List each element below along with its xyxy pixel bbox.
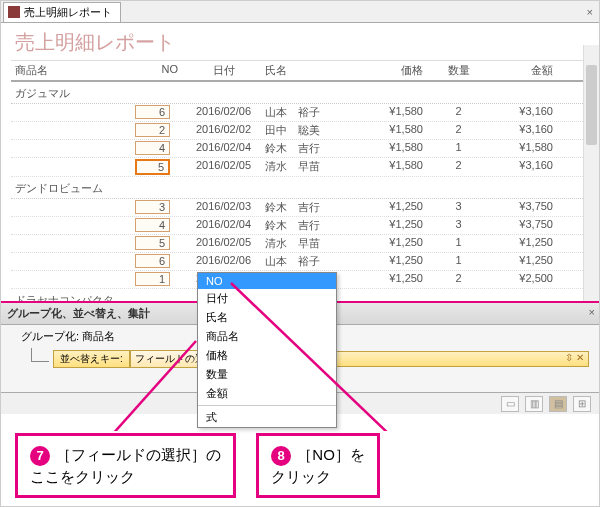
callout-8-line2: クリック: [271, 468, 331, 485]
table-row[interactable]: 42016/02/04鈴木 吉行¥1,2503¥3,750: [11, 217, 589, 235]
amount-cell: ¥3,160: [486, 159, 561, 175]
sort-key-label: 並べ替えキー:: [53, 350, 130, 368]
callout-7-line2: ここをクリック: [30, 468, 135, 485]
date-cell: 2016/02/06: [186, 105, 261, 120]
qty-cell: 1: [431, 236, 486, 251]
qty-cell: 1: [431, 141, 486, 156]
vertical-scrollbar[interactable]: [583, 45, 599, 301]
column-headers: 商品名 NO 日付 氏名 価格 数量 金額: [11, 60, 589, 82]
person-cell: 鈴木 吉行: [261, 141, 351, 156]
col-header-date: 日付: [186, 63, 261, 78]
price-cell: ¥1,250: [351, 236, 431, 251]
price-cell: ¥1,580: [351, 159, 431, 175]
date-cell: 2016/02/04: [186, 218, 261, 233]
pane-close-icon[interactable]: ×: [589, 306, 595, 318]
table-row[interactable]: 42016/02/04鈴木 吉行¥1,5801¥1,580: [11, 140, 589, 158]
price-cell: ¥1,250: [351, 272, 431, 287]
col-header-no: NO: [131, 63, 186, 78]
qty-cell: 3: [431, 218, 486, 233]
price-cell: ¥1,250: [351, 218, 431, 233]
amount-cell: ¥3,160: [486, 105, 561, 120]
date-cell: 2016/02/06: [186, 254, 261, 269]
report-icon: [8, 6, 20, 18]
qty-cell: 2: [431, 105, 486, 120]
sort-bar-controls-icon[interactable]: ⇳ ✕: [565, 352, 584, 363]
callout-8-line1: ［NO］を: [297, 446, 365, 463]
field-dropdown-menu[interactable]: NO日付氏名商品名価格数量金額式: [197, 272, 337, 428]
date-cell: 2016/02/05: [186, 159, 261, 175]
tab-bar: 売上明細レポート ×: [1, 1, 599, 23]
group-label: グループ化: 商品名: [21, 329, 115, 344]
no-cell[interactable]: 5: [135, 236, 170, 250]
view-icon-1[interactable]: ▭: [501, 396, 519, 412]
person-cell: 山本 裕子: [261, 254, 351, 269]
date-cell: 2016/02/05: [186, 236, 261, 251]
col-header-price: 価格: [351, 63, 431, 78]
group-header: ガジュマル: [11, 82, 589, 104]
callout-8-badge: 8: [271, 446, 291, 466]
col-header-person: 氏名: [261, 63, 351, 78]
table-row[interactable]: 52016/02/05清水 早苗¥1,2501¥1,250: [11, 235, 589, 253]
amount-cell: ¥3,750: [486, 200, 561, 215]
view-icon-3[interactable]: ▤: [549, 396, 567, 412]
dropdown-item-expression[interactable]: 式: [198, 408, 336, 427]
date-cell: 2016/02/04: [186, 141, 261, 156]
qty-cell: 2: [431, 123, 486, 138]
col-header-qty: 数量: [431, 63, 486, 78]
view-icon-2[interactable]: ▥: [525, 396, 543, 412]
amount-cell: ¥1,580: [486, 141, 561, 156]
col-header-name: 商品名: [11, 63, 131, 78]
scrollbar-thumb[interactable]: [586, 65, 597, 145]
no-cell[interactable]: 4: [135, 218, 170, 232]
no-cell[interactable]: 6: [135, 105, 170, 119]
no-cell[interactable]: 4: [135, 141, 170, 155]
price-cell: ¥1,580: [351, 105, 431, 120]
col-header-amount: 金額: [486, 63, 561, 78]
price-cell: ¥1,580: [351, 141, 431, 156]
person-cell: 鈴木 吉行: [261, 218, 351, 233]
dropdown-item[interactable]: 価格: [198, 346, 336, 365]
no-cell[interactable]: 5: [135, 159, 170, 175]
dropdown-item[interactable]: 商品名: [198, 327, 336, 346]
qty-cell: 3: [431, 200, 486, 215]
price-cell: ¥1,580: [351, 123, 431, 138]
tab-title: 売上明細レポート: [24, 5, 112, 20]
table-row[interactable]: 32016/02/03鈴木 吉行¥1,2503¥3,750: [11, 199, 589, 217]
view-icon-4[interactable]: ⊞: [573, 396, 591, 412]
person-cell: 田中 聡美: [261, 123, 351, 138]
table-row[interactable]: 52016/02/05清水 早苗¥1,5802¥3,160: [11, 158, 589, 177]
dropdown-item[interactable]: 数量: [198, 365, 336, 384]
qty-cell: 2: [431, 272, 486, 287]
callout-7: 7 ［フィールドの選択］の ここをクリック: [15, 433, 236, 498]
close-icon[interactable]: ×: [581, 6, 599, 18]
amount-cell: ¥1,250: [486, 236, 561, 251]
no-cell[interactable]: 6: [135, 254, 170, 268]
no-cell[interactable]: 1: [135, 272, 170, 286]
no-cell[interactable]: 2: [135, 123, 170, 137]
table-row[interactable]: 22016/02/02田中 聡美¥1,5802¥3,160: [11, 122, 589, 140]
dropdown-item[interactable]: 金額: [198, 384, 336, 403]
tree-connector-icon: [31, 348, 49, 362]
table-row[interactable]: 62016/02/06山本 裕子¥1,2501¥1,250: [11, 253, 589, 271]
callout-8: 8 ［NO］を クリック: [256, 433, 380, 498]
report-rows: ガジュマル62016/02/06山本 裕子¥1,5802¥3,16022016/…: [11, 82, 589, 301]
price-cell: ¥1,250: [351, 254, 431, 269]
callout-7-line1: ［フィールドの選択］の: [56, 446, 221, 463]
person-cell: 清水 早苗: [261, 159, 351, 175]
date-cell: 2016/02/02: [186, 123, 261, 138]
amount-cell: ¥3,160: [486, 123, 561, 138]
table-row[interactable]: 62016/02/06山本 裕子¥1,5802¥3,160: [11, 104, 589, 122]
qty-cell: 2: [431, 159, 486, 175]
report-title: 売上明細レポート: [15, 29, 589, 56]
group-header: デンドロビューム: [11, 177, 589, 199]
person-cell: 清水 早苗: [261, 236, 351, 251]
person-cell: 鈴木 吉行: [261, 200, 351, 215]
no-cell[interactable]: 3: [135, 200, 170, 214]
dropdown-item[interactable]: 氏名: [198, 308, 336, 327]
amount-cell: ¥2,500: [486, 272, 561, 287]
qty-cell: 1: [431, 254, 486, 269]
dropdown-item[interactable]: 日付: [198, 289, 336, 308]
report-tab[interactable]: 売上明細レポート: [3, 2, 121, 22]
dropdown-item[interactable]: NO: [198, 273, 336, 289]
callouts: 7 ［フィールドの選択］の ここをクリック 8 ［NO］を クリック: [1, 433, 600, 498]
